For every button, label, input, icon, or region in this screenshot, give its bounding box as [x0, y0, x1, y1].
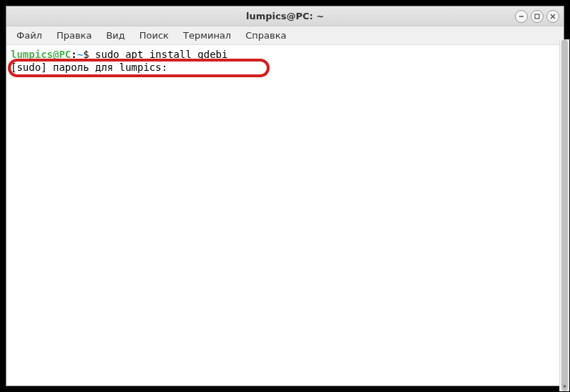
- menubar: Файл Правка Вид Поиск Терминал Справка: [6, 26, 564, 45]
- maximize-button[interactable]: [531, 10, 544, 23]
- menu-terminal[interactable]: Терминал: [176, 28, 238, 43]
- scroll-down-icon[interactable]: ▾: [560, 381, 569, 391]
- terminal-window: lumpics@PC: ~ Файл Правка Вид Поиск Терм…: [6, 6, 564, 386]
- terminal-content[interactable]: lumpics@PC:~$ sudo apt install gdebi [su…: [6, 45, 564, 386]
- menu-help[interactable]: Справка: [238, 28, 293, 43]
- menu-search[interactable]: Поиск: [132, 28, 176, 43]
- scrollbar-thumb[interactable]: [561, 39, 568, 391]
- menu-file[interactable]: Файл: [9, 28, 49, 43]
- menu-view[interactable]: Вид: [99, 28, 132, 43]
- svg-rect-1: [535, 14, 539, 19]
- window-title: lumpics@PC: ~: [11, 11, 559, 21]
- menu-edit[interactable]: Правка: [49, 28, 99, 43]
- terminal-line-1: lumpics@PC:~$ sudo apt install gdebi: [11, 48, 559, 61]
- terminal-line-2: [sudo] пароль для lumpics:: [11, 61, 559, 74]
- prompt-user: lumpics@PC: [11, 49, 71, 60]
- titlebar[interactable]: lumpics@PC: ~: [6, 6, 564, 26]
- command-text: sudo apt install gdebi: [95, 49, 227, 60]
- sudo-password-prompt: [sudo] пароль для lumpics:: [11, 62, 174, 73]
- close-button[interactable]: [546, 10, 559, 23]
- prompt-dollar: $: [83, 49, 95, 60]
- window-controls: [515, 10, 559, 23]
- minimize-button[interactable]: [515, 10, 528, 23]
- scrollbar[interactable]: ▾: [559, 39, 569, 391]
- prompt-path: ~: [77, 49, 83, 60]
- prompt-separator: :: [71, 49, 77, 60]
